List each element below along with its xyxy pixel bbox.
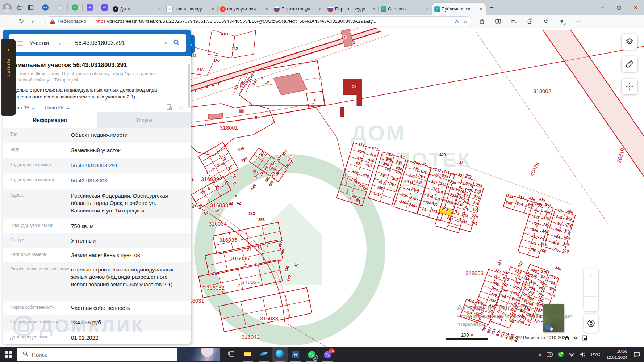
parcel-label[interactable]: 345 [542, 222, 549, 228]
quarter-label[interactable]: 316038 [260, 315, 278, 321]
browser-tab[interactable]: Ягосуслуги лич× [218, 3, 271, 15]
quarter-label[interactable]: 316042 [242, 334, 260, 340]
settings-more-icon[interactable]: ··· [572, 16, 584, 27]
parcel-label[interactable]: 327 [457, 172, 465, 178]
history-icon[interactable]: ↺ [540, 16, 552, 27]
layers-button[interactable] [622, 34, 637, 50]
vertical-tabs-icon[interactable] [25, 2, 36, 13]
browser-tab[interactable]: ≡Новая вкладк× [164, 3, 218, 15]
parcel-label[interactable]: 316 [556, 207, 564, 214]
tab-close-icon[interactable]: × [210, 6, 216, 12]
parcel-label[interactable]: 301 [471, 220, 478, 226]
parcel-label[interactable]: 281 [447, 215, 454, 222]
parcel-label[interactable]: 541 [550, 280, 558, 286]
tab-close-icon[interactable]: × [425, 6, 430, 12]
parcel-label[interactable]: 278 [472, 207, 479, 213]
parcel-label[interactable]: 428 [250, 183, 257, 191]
cast-icon[interactable] [544, 352, 555, 357]
parcel-label[interactable]: 252 [565, 222, 572, 228]
parcel-label[interactable]: 240 [400, 199, 407, 205]
parcel-label[interactable]: 141 [190, 54, 197, 58]
parcel-label[interactable]: 4 [190, 177, 194, 182]
domclick-home-icon[interactable]: ⌂ [72, 4, 78, 11]
parcel-label[interactable]: 330 [465, 181, 472, 187]
parcel-label[interactable]: 420 [351, 169, 359, 175]
zoom-more-button[interactable]: ··· [584, 282, 598, 296]
my-location-icon[interactable] [573, 335, 578, 342]
parcel-label[interactable]: 768 [499, 293, 507, 299]
parcel-label[interactable]: 263 [475, 182, 482, 188]
parcel-label[interactable]: 8 [255, 115, 257, 119]
parcel-label[interactable]: 349 [541, 228, 549, 234]
parcel-label[interactable]: 2 [211, 167, 215, 171]
tab-close-icon[interactable]: × [478, 6, 484, 12]
read-aloud-icon[interactable]: A) [455, 18, 459, 24]
parcel-label[interactable]: 417 [371, 146, 379, 152]
parcel-label[interactable]: 388 [376, 185, 384, 191]
parcel-label[interactable]: 457 [497, 259, 503, 266]
parcel-label[interactable]: 2 [314, 97, 316, 101]
parcel-label[interactable]: 4 [246, 263, 248, 268]
parcel-label[interactable]: 3 [353, 41, 355, 45]
browser-tab[interactable]: ⌂Публичная ка× [432, 3, 486, 15]
parcel-label[interactable]: 335 [533, 214, 540, 220]
extensions-icon[interactable] [476, 16, 488, 27]
parcel-label[interactable]: 352 [544, 202, 552, 208]
parcel-label[interactable]: 4160 [221, 32, 230, 36]
tab-close-icon[interactable]: × [264, 6, 269, 12]
menu-icon[interactable] [17, 41, 23, 46]
parcel-label[interactable]: 6 [206, 186, 210, 191]
parcel-label[interactable]: 383 [373, 191, 380, 197]
volume-icon[interactable] [577, 352, 588, 357]
parcel-label[interactable]: 303 [461, 212, 468, 218]
panel-scrollbar[interactable] [188, 64, 190, 108]
search-input[interactable]: 56:43:0318003:291 [75, 40, 164, 46]
parcel-label[interactable]: 361 [566, 215, 573, 221]
browser-essentials-icon[interactable]: ♥✓ [556, 16, 568, 27]
parcel-label[interactable]: 429 [439, 153, 446, 157]
parcel-label[interactable]: 7 [261, 77, 263, 81]
favorites-bar-icon[interactable] [508, 16, 520, 27]
parcel-label[interactable]: 351 [543, 215, 550, 221]
quarter-label[interactable]: 20319 [616, 147, 626, 164]
spark-icon[interactable]: ✦ [87, 4, 93, 11]
measure-ruler-button[interactable] [622, 56, 637, 72]
photos-taskbar-icon[interactable] [256, 347, 272, 362]
parcel-label[interactable]: 353 [248, 211, 255, 216]
parcel-label[interactable]: 27 [247, 247, 251, 252]
tab-services[interactable]: Услуги [97, 112, 191, 128]
parcel-label[interactable]: 243 [251, 78, 258, 86]
minimize-button[interactable]: ─ [594, 0, 611, 15]
parcel-label[interactable]: 24 [197, 202, 203, 208]
lotinfo-extension-tab[interactable]: › Lotinfo [1, 39, 16, 116]
quarter-label[interactable]: 316032 [206, 285, 225, 291]
wifi-icon[interactable] [566, 352, 577, 357]
home-extent-icon[interactable] [564, 335, 570, 342]
home-icon[interactable]: ⌂ [28, 16, 40, 27]
parcel-label[interactable]: 516 [564, 228, 572, 234]
parcel-label[interactable]: 426 [362, 173, 369, 179]
edge-taskbar-icon[interactable] [272, 347, 288, 362]
collections-icon[interactable] [524, 16, 536, 27]
parcel-label[interactable]: 6 [255, 261, 257, 265]
browser-tab[interactable]: ⌂Сервисы× [379, 3, 432, 15]
parcel-label[interactable]: 348 [544, 209, 551, 215]
parcel-label[interactable]: 358 [529, 247, 536, 253]
browser-tab[interactable]: Портал госуда× [271, 3, 325, 15]
tab-information[interactable]: Информация [3, 112, 97, 128]
parcel-label[interactable]: 143 [213, 58, 220, 62]
parcel-label[interactable]: 216 [197, 68, 204, 72]
parcel-label[interactable]: 509 [564, 235, 571, 241]
quarter-label[interactable]: 316036 [231, 255, 249, 261]
parcel-label[interactable]: 286 [505, 200, 513, 206]
browser-tab[interactable]: ✦Дзен× [110, 3, 164, 15]
parcel-label[interactable]: 264 [516, 201, 523, 207]
parcel-label[interactable]: 346 [531, 227, 539, 233]
back-icon[interactable]: ← [3, 16, 15, 27]
parcel-label[interactable]: 331 [453, 209, 460, 215]
tab-close-icon[interactable]: × [157, 6, 162, 12]
news-widget-image[interactable] [177, 348, 220, 361]
parcel-label[interactable]: 409 [357, 148, 364, 155]
parcel-label[interactable]: 5 [205, 122, 207, 126]
favorite-star-icon[interactable]: ☆ [463, 18, 468, 24]
